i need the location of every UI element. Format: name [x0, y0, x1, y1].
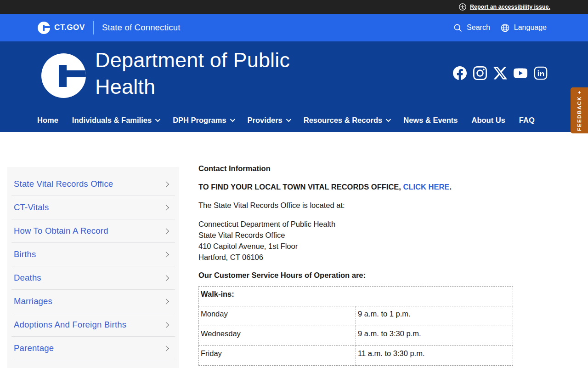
contact-heading: Contact Information: [198, 163, 513, 173]
x-twitter-icon[interactable]: [493, 66, 507, 80]
table-row-header: Walk-ins:: [199, 287, 513, 306]
brand-name: CT.GOV: [54, 23, 85, 32]
time-cell: 11 a.m. to 3:30 p.m.: [356, 346, 513, 366]
chevron-right-icon: [163, 322, 169, 328]
nav-item[interactable]: News & Events: [403, 116, 458, 125]
address-line: Connecticut Department of Public Health: [198, 218, 513, 230]
nav-item[interactable]: Individuals & Families: [72, 116, 159, 125]
sidebar-item[interactable]: Gender Change: [7, 360, 179, 368]
globe-icon: [500, 23, 510, 33]
sidebar-item-label: Parentage: [14, 343, 54, 353]
hours-heading: Our Customer Service Hours of Operation …: [198, 270, 513, 280]
feedback-label: FEEDBACK +: [577, 90, 582, 131]
utility-bar: Report an accessibility issue.: [0, 0, 588, 14]
chevron-right-icon: [163, 345, 169, 351]
click-here-link[interactable]: CLICK HERE: [403, 183, 450, 191]
sidebar-item[interactable]: CT-Vitals: [7, 196, 179, 219]
nav-item-label: Providers: [248, 116, 283, 125]
sidebar-item-label: Adoptions And Foreign Births: [14, 320, 126, 330]
primary-nav: Home Individuals & Families DPH Programs…: [37, 116, 535, 125]
find-office-line: TO FIND YOUR LOCAL TOWN VITAL RECORDS OF…: [198, 182, 513, 192]
chevron-right-icon: [163, 275, 169, 281]
nav-item-label: DPH Programs: [173, 116, 226, 125]
sidebar-item[interactable]: Marriages: [7, 290, 179, 313]
header-divider: [93, 21, 94, 34]
sidebar-item-label: State Vital Records Office: [14, 179, 113, 189]
walkins-header-cell: Walk-ins:: [199, 287, 513, 306]
sidebar-item[interactable]: State Vital Records Office: [7, 172, 179, 196]
chevron-right-icon: [163, 252, 169, 258]
day-cell: Friday: [199, 346, 356, 366]
nav-item[interactable]: DPH Programs: [173, 116, 233, 125]
nav-item[interactable]: Providers: [248, 116, 290, 125]
nav-item-label: FAQ: [519, 116, 535, 125]
address-line: 410 Capitol Avenue, 1st Floor: [198, 241, 513, 252]
sidebar-item-label: Marriages: [14, 296, 52, 306]
sidebar-item-label: CT-Vitals: [14, 202, 49, 213]
sidebar-item[interactable]: Deaths: [7, 266, 179, 289]
nav-item-label: About Us: [472, 116, 505, 125]
find-office-prefix: TO FIND YOUR LOCAL TOWN VITAL RECORDS OF…: [198, 183, 403, 191]
nav-item[interactable]: Resources & Records: [304, 116, 390, 125]
search-icon: [453, 23, 463, 33]
accessibility-icon: [459, 3, 466, 11]
nav-item-label: Individuals & Families: [72, 116, 152, 125]
youtube-icon[interactable]: [514, 66, 527, 80]
main-content: Contact Information TO FIND YOUR LOCAL T…: [198, 163, 513, 366]
sidebar-item[interactable]: How To Obtain A Record: [7, 219, 179, 242]
time-cell: 9 a.m. to 1 p.m.: [356, 306, 513, 326]
report-accessibility-label: Report an accessibility issue.: [470, 4, 550, 10]
nav-item-label: Home: [37, 116, 58, 125]
chevron-down-icon: [386, 116, 391, 121]
ctgov-logo-icon: [38, 22, 50, 34]
linkedin-icon[interactable]: [534, 66, 548, 80]
chevron-down-icon: [155, 116, 160, 121]
search-label: Search: [467, 23, 490, 32]
language-label: Language: [514, 23, 547, 32]
sidebar-item[interactable]: Adoptions And Foreign Births: [7, 313, 179, 336]
day-cell: Monday: [199, 306, 356, 326]
located-at-line: The State Vital Records Office is locate…: [198, 200, 513, 210]
address-block: Connecticut Department of Public HealthS…: [198, 218, 513, 263]
language-button[interactable]: Language: [500, 23, 547, 33]
agency-logo-icon: [41, 53, 86, 98]
day-cell: Wednesday: [199, 326, 356, 346]
address-line: State Vital Records Office: [198, 230, 513, 241]
sidebar-item[interactable]: Births: [7, 243, 179, 266]
sidebar-item-label: Births: [14, 249, 36, 259]
nav-item[interactable]: About Us: [472, 116, 505, 125]
instagram-icon[interactable]: [473, 66, 487, 80]
nav-item[interactable]: Home: [37, 116, 58, 125]
find-office-suffix: .: [449, 183, 452, 191]
hours-table: Walk-ins: Monday 9 a.m. to 1 p.m. Wednes…: [198, 286, 513, 366]
nav-item-label: Resources & Records: [304, 116, 383, 125]
table-row: Monday 9 a.m. to 1 p.m.: [199, 306, 513, 326]
chevron-right-icon: [163, 181, 169, 187]
feedback-tab[interactable]: FEEDBACK +: [571, 87, 588, 133]
site-name: State of Connecticut: [102, 23, 181, 33]
nav-item-label: News & Events: [403, 116, 458, 125]
section-sidebar: State Vital Records Office CT-Vitals How…: [7, 167, 179, 368]
page-content: State Vital Records Office CT-Vitals How…: [0, 132, 588, 368]
facebook-icon[interactable]: [453, 66, 467, 80]
ctgov-brand[interactable]: CT.GOV: [38, 22, 85, 34]
chevron-down-icon: [230, 116, 235, 121]
table-row: Friday 11 a.m. to 3:30 p.m.: [199, 346, 513, 366]
state-header: CT.GOV State of Connecticut Search Langu…: [0, 14, 588, 41]
sidebar-item[interactable]: Parentage: [7, 337, 179, 360]
chevron-right-icon: [163, 228, 169, 234]
agency-banner: Department of Public Health Home Individ…: [0, 41, 588, 132]
nav-item[interactable]: FAQ: [519, 116, 535, 125]
address-line: Hartford, CT 06106: [198, 252, 513, 263]
sidebar-item-label: How To Obtain A Record: [14, 226, 108, 236]
social-links: [453, 66, 548, 80]
report-accessibility-link[interactable]: Report an accessibility issue.: [459, 3, 550, 11]
table-row: Wednesday 9 a.m. to 3:30 p.m.: [199, 326, 513, 346]
search-button[interactable]: Search: [453, 23, 490, 33]
time-cell: 9 a.m. to 3:30 p.m.: [356, 326, 513, 346]
sidebar-item-label: Deaths: [14, 273, 41, 283]
agency-title[interactable]: Department of Public Health: [95, 47, 352, 100]
chevron-right-icon: [163, 299, 169, 305]
chevron-down-icon: [286, 116, 291, 121]
chevron-right-icon: [163, 205, 169, 211]
